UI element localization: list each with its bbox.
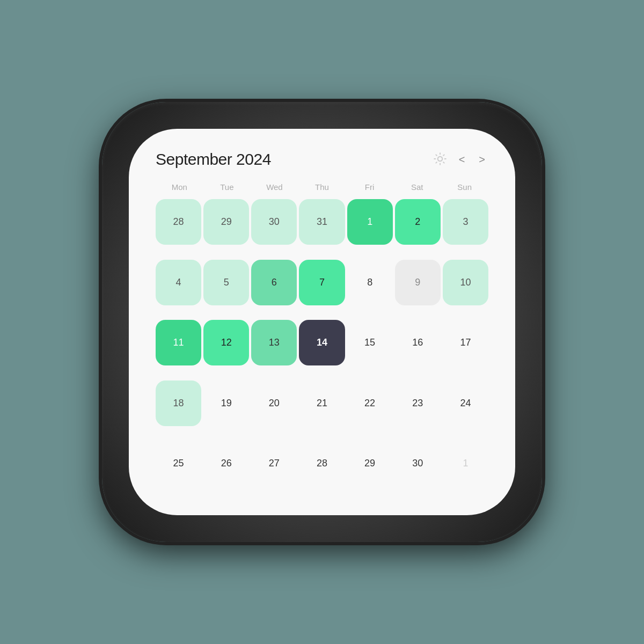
day-header-fri: Fri	[346, 180, 393, 194]
calendar-grid: 2829303112345678910111213141516171819202…	[156, 199, 488, 499]
day-cell[interactable]: 6	[251, 260, 297, 305]
day-cell[interactable]: 25	[156, 441, 201, 486]
day-cell[interactable]: 28	[156, 199, 201, 245]
prev-month-button[interactable]: <	[456, 151, 469, 168]
day-cell[interactable]: 31	[299, 199, 345, 245]
svg-line-8	[443, 155, 444, 156]
calendar-widget: September 2024 < >	[129, 129, 515, 515]
day-cell[interactable]: 10	[443, 260, 488, 305]
day-cell[interactable]: 26	[203, 441, 249, 486]
day-headers: MonTueWedThuFriSatSun	[156, 180, 488, 194]
day-cell[interactable]: 20	[251, 380, 297, 426]
day-cell[interactable]: 27	[251, 441, 297, 486]
day-cell[interactable]: 3	[443, 199, 488, 245]
day-cell[interactable]: 29	[347, 441, 393, 486]
next-month-button[interactable]: >	[475, 151, 488, 168]
day-cell[interactable]: 13	[251, 320, 297, 365]
day-cell[interactable]: 7	[299, 260, 345, 305]
day-cell[interactable]: 5	[203, 260, 249, 305]
svg-line-5	[436, 155, 437, 156]
day-cell[interactable]: 1	[347, 199, 393, 245]
svg-line-6	[443, 162, 444, 163]
day-cell[interactable]: 28	[299, 441, 345, 486]
day-cell[interactable]: 21	[299, 380, 345, 426]
day-cell[interactable]: 1	[443, 441, 488, 486]
day-cell[interactable]: 2	[395, 199, 441, 245]
day-cell[interactable]: 19	[203, 380, 249, 426]
day-cell[interactable]: 16	[395, 320, 441, 365]
day-cell[interactable]: 4	[156, 260, 201, 305]
day-cell[interactable]: 14	[299, 320, 345, 365]
svg-line-7	[436, 162, 437, 163]
day-cell[interactable]: 23	[395, 380, 441, 426]
header-controls: < >	[433, 151, 488, 168]
day-cell[interactable]: 9	[395, 260, 441, 305]
day-cell[interactable]: 8	[347, 260, 393, 305]
calendar-header: September 2024 < >	[156, 150, 488, 169]
brightness-icon[interactable]	[433, 152, 448, 167]
day-cell[interactable]: 18	[156, 380, 201, 426]
device-frame: September 2024 < >	[102, 102, 542, 542]
day-header-tue: Tue	[203, 180, 251, 194]
day-header-wed: Wed	[251, 180, 298, 194]
day-cell[interactable]: 15	[347, 320, 393, 365]
day-cell[interactable]: 17	[443, 320, 488, 365]
svg-point-0	[437, 157, 442, 162]
day-cell[interactable]: 22	[347, 380, 393, 426]
day-header-sat: Sat	[393, 180, 441, 194]
day-header-sun: Sun	[441, 180, 488, 194]
day-header-thu: Thu	[298, 180, 346, 194]
day-cell[interactable]: 24	[443, 380, 488, 426]
day-cell[interactable]: 30	[395, 441, 441, 486]
day-cell[interactable]: 30	[251, 199, 297, 245]
day-cell[interactable]: 29	[203, 199, 249, 245]
calendar-title: September 2024	[156, 150, 271, 169]
day-header-mon: Mon	[156, 180, 203, 194]
day-cell[interactable]: 12	[203, 320, 249, 365]
day-cell[interactable]: 11	[156, 320, 201, 365]
